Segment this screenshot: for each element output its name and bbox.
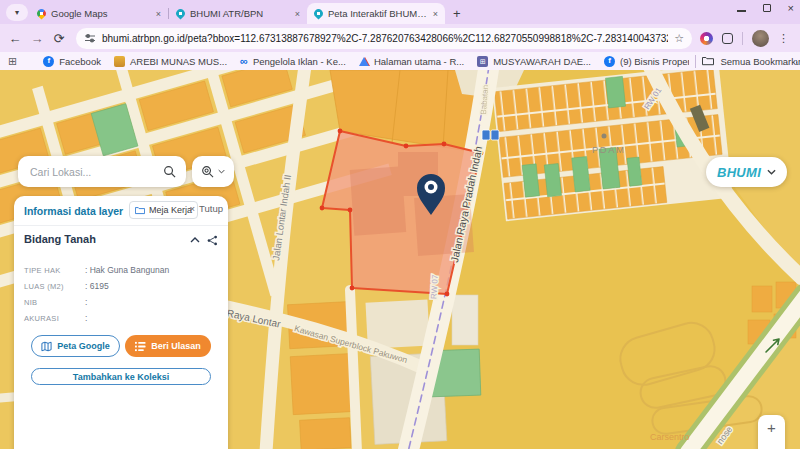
panel-close-button[interactable]: × Tutup	[189, 203, 223, 214]
chevron-down-icon: ▾	[15, 8, 19, 17]
minimize-button[interactable]	[737, 10, 746, 11]
bookmark-label: Halaman utama - R...	[374, 56, 464, 67]
field-label: LUAS (M2)	[24, 282, 64, 291]
meta-icon: ∞	[240, 56, 248, 67]
facebook-icon: f	[43, 56, 54, 67]
close-icon[interactable]: ×	[295, 9, 300, 19]
bookmark-label: MUSYAWARAH DAE...	[493, 56, 591, 67]
tambahkan-koleksi-label: Tambahkan ke Koleksi	[73, 372, 169, 382]
bookmark-pengelola-iklan[interactable]: ∞ Pengelola Iklan - Ke...	[240, 56, 346, 67]
close-icon[interactable]: ×	[156, 9, 161, 19]
zoom-controls: + −	[758, 415, 785, 449]
reload-button[interactable]: ⟳	[48, 31, 70, 46]
bookmarks-bar: ⊞ f Facebook AREBI MUNAS MUS... ∞ Pengel…	[0, 52, 800, 70]
zoom-in-button[interactable]: +	[767, 419, 776, 436]
collapse-chevron-icon[interactable]	[190, 237, 200, 243]
bookmark-label: AREBI MUNAS MUS...	[130, 56, 227, 67]
bookmark-facebook[interactable]: f Facebook	[43, 56, 101, 67]
bookmark-label: Facebook	[59, 56, 101, 67]
window-close-button[interactable]: ×	[788, 4, 794, 12]
tambahkan-koleksi-button[interactable]: Tambahkan ke Koleksi	[31, 368, 211, 385]
apps-grid-icon[interactable]: ⊞	[8, 55, 17, 68]
search-bar[interactable]	[18, 156, 186, 187]
peta-google-label: Peta Google	[57, 341, 110, 351]
section-title: Bidang Tanah	[24, 233, 96, 245]
close-icon[interactable]: ×	[433, 9, 438, 19]
search-icon[interactable]	[163, 165, 176, 178]
tab-google-maps[interactable]: Google Maps ×	[30, 3, 168, 24]
close-icon: ×	[189, 203, 195, 214]
bhumi-pin-icon	[312, 7, 325, 20]
meja-kerja-label: Meja Kerja	[149, 205, 192, 215]
field-value: : Hak Guna Bangunan	[85, 265, 169, 275]
google-maps-pin-icon	[35, 7, 48, 20]
extension-icon[interactable]	[722, 33, 733, 44]
folder-icon	[702, 56, 714, 66]
bhumi-pin-icon	[174, 7, 187, 20]
chevron-down-icon	[218, 169, 225, 174]
new-tab-button[interactable]: +	[453, 6, 461, 21]
field-label: AKURASI	[24, 314, 59, 323]
tab-strip: ▾ Google Maps × BHUMI ATR/BPN × Peta Int…	[0, 0, 800, 24]
beri-ulasan-button[interactable]: Beri Ulasan	[125, 335, 211, 357]
arebi-icon	[114, 56, 125, 67]
tab-title: Peta Interaktif BHUMI ATR/BPN	[328, 8, 428, 19]
camera-extension-icon[interactable]	[700, 32, 713, 45]
bookmark-halaman-utama-1[interactable]: Halaman utama - R...	[359, 56, 464, 67]
panel-title: Informasi data layer	[24, 205, 123, 217]
back-button[interactable]: ←	[4, 31, 26, 46]
toolbar-divider	[742, 32, 743, 45]
browser-window: ▾ Google Maps × BHUMI ATR/BPN × Peta Int…	[0, 0, 800, 449]
area-label: RW 07	[429, 274, 439, 299]
tab-peta-interaktif[interactable]: Peta Interaktif BHUMI ATR/BPN ×	[307, 3, 445, 24]
facebook-icon: f	[604, 56, 615, 67]
maximize-button[interactable]	[763, 4, 771, 12]
tab-title: BHUMI ATR/BPN	[190, 8, 290, 19]
close-label: Tutup	[199, 203, 223, 214]
beri-ulasan-label: Beri Ulasan	[151, 341, 201, 351]
tab-bhumi[interactable]: BHUMI ATR/BPN ×	[169, 3, 307, 24]
field-label: NIB	[24, 298, 37, 307]
pale-building	[452, 295, 478, 345]
url-text: bhumi.atrbpn.go.id/peta?bbox=112.6731388…	[102, 33, 668, 44]
search-advanced-button[interactable]	[192, 156, 234, 187]
purple-app-icon: ⊞	[477, 56, 488, 67]
chevron-down-icon	[767, 169, 776, 175]
bookmark-label: Pengelola Iklan - Ke...	[253, 56, 346, 67]
all-bookmarks-label: Semua Bookmark	[720, 56, 796, 67]
address-bar[interactable]: bhumi.atrbpn.go.id/peta?bbox=112.6731388…	[76, 28, 692, 49]
bookmark-musyawarah[interactable]: ⊞ MUSYAWARAH DAE...	[477, 56, 591, 67]
bhumi-logo-chip[interactable]: BHUMI	[706, 157, 787, 187]
info-panel: Informasi data layer Meja Kerja × Tutup …	[14, 196, 228, 449]
search-input[interactable]	[28, 165, 163, 179]
meja-kerja-button[interactable]: Meja Kerja	[129, 201, 198, 219]
zoom-out-button[interactable]: −	[767, 445, 776, 449]
folder-icon	[135, 206, 145, 215]
browser-toolbar: ← → ⟳ bhumi.atrbpn.go.id/peta?bbox=112.6…	[0, 24, 800, 52]
bookmark-arebi[interactable]: AREBI MUNAS MUS...	[114, 56, 227, 67]
review-list-icon	[135, 341, 146, 352]
site-settings-icon[interactable]	[84, 32, 96, 44]
panel-divider	[14, 225, 228, 226]
map[interactable]: Jalan Lontar Indah II Jalan Raya Pradah …	[0, 70, 800, 449]
bookmark-star-icon[interactable]: ☆	[674, 32, 684, 45]
field-value: :	[85, 313, 87, 323]
share-icon[interactable]	[207, 235, 218, 246]
search-area-icon	[201, 165, 214, 178]
peta-google-button[interactable]: Peta Google	[31, 335, 120, 357]
bookmarks-right-divider	[695, 55, 696, 68]
poi-label: PDAM	[592, 144, 625, 155]
browser-menu-button[interactable]: ⋮	[778, 32, 789, 45]
pdam-poi-dot	[602, 134, 607, 139]
profile-avatar[interactable]	[752, 30, 769, 47]
ads-triangle-icon	[359, 57, 369, 66]
field-value: : 6195	[85, 281, 109, 291]
field-label: TIPE HAK	[24, 266, 61, 275]
forward-button[interactable]: →	[26, 31, 48, 46]
field-value: :	[85, 297, 87, 307]
poi-label: Carsentro	[650, 432, 690, 442]
tab-search-button[interactable]: ▾	[6, 4, 28, 21]
all-bookmarks-button[interactable]: Semua Bookmark	[689, 52, 796, 70]
map-icon	[41, 341, 52, 352]
tab-title: Google Maps	[51, 8, 151, 19]
